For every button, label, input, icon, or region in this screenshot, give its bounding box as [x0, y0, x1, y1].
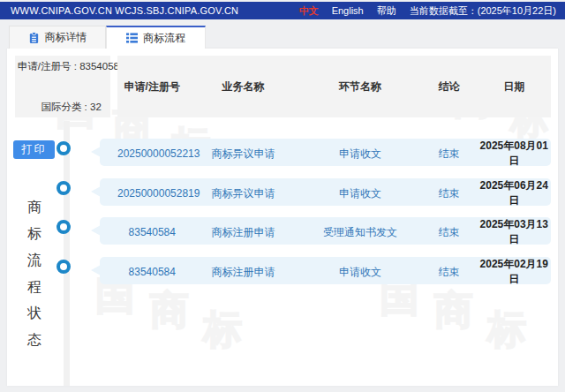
- process-row: 20250000052819 商标异议申请 申请收文 结束 2025年06月24…: [7, 178, 551, 206]
- registration-number-label: 申请/注册号: [18, 61, 72, 72]
- watermark-shang: 商: [434, 290, 473, 329]
- cell-conclusion: 结束: [421, 265, 478, 280]
- process-row: 20250000052213 商标异议申请 申请收文 结束 2025年08月01…: [7, 139, 551, 166]
- cell-step-name: 受理通知书发文: [299, 225, 420, 240]
- cell-date: 2025年02月19日: [478, 257, 551, 287]
- cell-conclusion: 结束: [421, 186, 478, 201]
- application-info-box: 申请/注册号 : 83540584 国际分类 : 32: [15, 56, 110, 117]
- watermark-shang: 商: [150, 290, 189, 329]
- intl-class-value: 32: [90, 102, 102, 112]
- cell-application-number: 83540584: [117, 226, 187, 238]
- timeline-node-icon: [56, 220, 71, 234]
- trademark-process-panel: 国 商 标 国 商 标 国 商 标 国 商 标 申请/注册号 : 8354058…: [7, 49, 558, 386]
- intl-class-label: 国际分类: [41, 102, 81, 112]
- top-navbar: WWW.CNIPA.GOV.CN WCJS.SBJ.CNIPA.GOV.CN 中…: [0, 2, 565, 19]
- separator: :: [72, 61, 80, 72]
- cell-business-name: 商标异议申请: [187, 147, 300, 162]
- process-row-bubble[interactable]: 83540584 商标注册申请 受理通知书发文 结束 2025年03月13日: [100, 217, 551, 245]
- vertical-title-char: 态: [26, 331, 42, 350]
- tab-trademark-details[interactable]: 商标详情: [9, 26, 106, 49]
- cell-business-name: 商标注册申请: [187, 265, 300, 280]
- tab-label: 商标详情: [45, 30, 87, 45]
- cell-date: 2025年06月24日: [478, 178, 551, 208]
- process-row-bubble[interactable]: 83540584 商标注册申请 申请收文 结束 2025年02月19日: [100, 257, 551, 284]
- cell-business-name: 商标异议申请: [187, 186, 300, 201]
- help-link[interactable]: 帮助: [377, 4, 396, 18]
- document-icon: [28, 32, 40, 44]
- process-row: 83540584 商标注册申请 受理通知书发文 结束 2025年03月13日: [7, 217, 551, 245]
- cell-step-name: 申请收文: [299, 265, 420, 280]
- cell-business-name: 商标注册申请: [187, 225, 300, 240]
- language-chinese-link[interactable]: 中文: [299, 4, 319, 18]
- list-icon: [126, 33, 138, 43]
- column-application-number: 申请/注册号: [117, 79, 187, 94]
- tab-trademark-process[interactable]: 商标流程: [106, 26, 206, 49]
- timeline-node-icon: [56, 181, 71, 195]
- cell-application-number: 83540584: [117, 266, 187, 278]
- cell-step-name: 申请收文: [299, 186, 420, 201]
- tab-label: 商标流程: [143, 31, 185, 46]
- column-step-name: 环节名称: [299, 79, 420, 94]
- registration-number-line: 申请/注册号 : 83540584: [1, 49, 125, 84]
- intl-class-line: 国际分类 : 32: [24, 90, 102, 124]
- cell-application-number: 20250000052819: [117, 187, 187, 200]
- vertical-title-char: 状: [26, 305, 42, 323]
- cell-conclusion: 结束: [421, 225, 478, 240]
- column-business-name: 业务名称: [187, 79, 300, 94]
- watermark-biao: 标: [203, 310, 242, 349]
- timeline-node-icon: [56, 260, 71, 274]
- cell-date: 2025年08月01日: [478, 139, 551, 169]
- column-conclusion: 结论: [421, 79, 478, 94]
- cell-step-name: 申请收文: [299, 147, 420, 162]
- process-row-bubble[interactable]: 20250000052819 商标异议申请 申请收文 结束 2025年06月24…: [100, 178, 551, 206]
- tab-bar: 商标详情 商标流程: [9, 26, 206, 49]
- column-date: 日期: [478, 79, 551, 94]
- cell-application-number: 20250000052213: [117, 147, 187, 160]
- language-english-link[interactable]: English: [332, 5, 364, 16]
- table-header: 申请/注册号 业务名称 环节名称 结论 日期: [117, 56, 551, 117]
- watermark-biao: 标: [487, 310, 526, 349]
- data-cutoff-label: 当前数据截至：(2025年10月22日): [410, 4, 556, 18]
- site-urls: WWW.CNIPA.GOV.CN WCJS.SBJ.CNIPA.GOV.CN: [11, 5, 238, 16]
- cell-conclusion: 结束: [421, 147, 478, 162]
- process-row-bubble[interactable]: 20250000052213 商标异议申请 申请收文 结束 2025年08月01…: [100, 139, 551, 166]
- timeline-node-icon: [56, 141, 71, 155]
- process-row: 83540584 商标注册申请 申请收文 结束 2025年02月19日: [7, 257, 551, 284]
- cell-date: 2025年03月13日: [478, 217, 551, 247]
- separator: :: [81, 102, 90, 112]
